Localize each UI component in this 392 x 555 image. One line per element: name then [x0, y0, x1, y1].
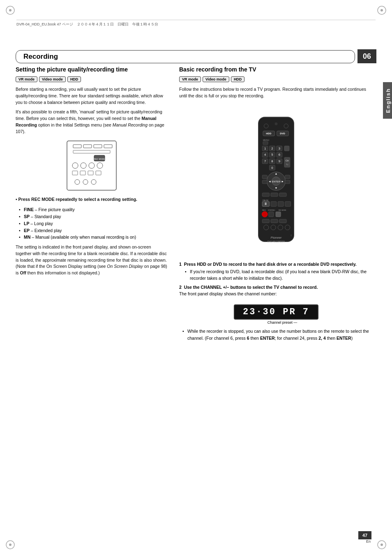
svg-point-84 — [262, 211, 267, 217]
svg-text:▲: ▲ — [275, 172, 278, 175]
svg-rect-8 — [67, 141, 116, 190]
svg-text:4: 4 — [264, 153, 266, 157]
right-badge-video-mode: Video mode — [203, 76, 229, 82]
svg-rect-68 — [262, 175, 267, 179]
svg-rect-21 — [80, 171, 85, 175]
svg-text:0: 0 — [271, 166, 273, 169]
svg-point-3 — [380, 9, 383, 12]
svg-point-7 — [380, 543, 383, 546]
channel-label: Channel preset — — [191, 320, 373, 325]
svg-text:ENTER: ENTER — [272, 180, 281, 183]
svg-text:⏸: ⏸ — [264, 202, 267, 206]
svg-rect-79 — [278, 201, 284, 206]
svg-text:CH: CH — [286, 159, 289, 162]
badge-video-mode: Video mode — [39, 76, 66, 82]
svg-point-19 — [97, 163, 103, 168]
setting-lp: LP – Long play — [19, 220, 168, 227]
left-para1: Before starting a recording, you will us… — [16, 86, 168, 106]
svg-text:◄: ◄ — [268, 180, 271, 183]
two-column-layout: Setting the picture quality/recording ti… — [16, 66, 380, 345]
svg-text:REC: REC — [262, 209, 266, 211]
svg-text:STOP/REC: STOP/REC — [268, 210, 275, 211]
svg-point-17 — [81, 163, 86, 168]
chapter-badge: 06 — [357, 49, 376, 63]
step-2-sub: The front panel display shows the channe… — [179, 291, 277, 296]
svg-rect-9 — [73, 145, 81, 148]
svg-rect-80 — [285, 201, 291, 206]
right-badge-vr-mode: VR mode — [179, 76, 201, 82]
svg-text:3: 3 — [279, 147, 280, 150]
svg-point-5 — [9, 543, 12, 546]
svg-text:2: 2 — [271, 147, 273, 150]
svg-rect-73 — [271, 193, 278, 196]
right-intro: Follow the instructions below to record … — [179, 86, 373, 99]
page-title: Recording — [16, 50, 355, 63]
svg-text:5: 5 — [271, 153, 273, 157]
remote-control-image: HDD DVD MENU 1 2 3 — [179, 105, 373, 257]
svg-point-24 — [75, 180, 80, 184]
right-column: Basic recording from the TV VR mode Vide… — [179, 66, 380, 345]
corner-mark-br — [376, 539, 388, 551]
svg-point-1 — [9, 9, 12, 12]
svg-rect-86 — [276, 212, 281, 216]
right-badge-hdd: HDD — [231, 76, 245, 82]
svg-point-18 — [89, 163, 95, 168]
channel-display: 23·30 PR 7 — [234, 304, 318, 320]
svg-rect-78 — [271, 201, 277, 206]
setting-ep: EP – Extended play — [19, 227, 168, 234]
svg-rect-56 — [284, 157, 290, 167]
svg-rect-71 — [285, 180, 290, 184]
channel-display-area: 23·30 PR 7 Channel preset — — [179, 301, 373, 325]
recording-steps: 1 Press HDD or DVD to record to the hard… — [179, 261, 373, 297]
svg-point-16 — [72, 163, 78, 168]
settings-list: FINE – Fine picture quality SP – Standar… — [19, 206, 168, 241]
svg-rect-69 — [262, 180, 267, 184]
svg-text:MENU: MENU — [263, 139, 270, 141]
svg-rect-13 — [73, 150, 110, 153]
svg-text:1: 1 — [264, 147, 266, 150]
svg-rect-74 — [279, 193, 286, 196]
setting-fine: FINE – Fine picture quality — [19, 206, 168, 213]
svg-rect-20 — [72, 171, 78, 175]
svg-rect-23 — [96, 171, 101, 175]
step-1: 1 Press HDD or DVD to record to the hard… — [179, 261, 373, 282]
badge-vr-mode: VR mode — [16, 76, 37, 82]
main-content: Setting the picture quality/recording ti… — [16, 66, 380, 530]
svg-text:↕: ↕ — [291, 234, 292, 237]
corner-mark-tr — [376, 4, 388, 16]
front-panel-image: REC MODE — [16, 139, 168, 192]
svg-point-25 — [83, 180, 88, 184]
svg-rect-10 — [83, 145, 92, 148]
svg-rect-12 — [104, 145, 112, 148]
language-tab: English — [383, 82, 392, 119]
setting-sp: SP – Standard play — [19, 213, 168, 220]
svg-rect-36 — [263, 141, 268, 144]
left-section-title: Setting the picture quality/recording ti… — [16, 66, 168, 73]
svg-text:DVD RECORDER: DVD RECORDER — [267, 240, 285, 243]
left-column: Setting the picture quality/recording ti… — [16, 66, 168, 345]
svg-rect-89 — [279, 219, 286, 223]
left-mode-badges: VR mode Video mode HDD — [16, 76, 168, 82]
svg-text:REC MODE: REC MODE — [279, 210, 286, 211]
svg-rect-88 — [271, 219, 278, 223]
page-lang: En — [366, 539, 371, 543]
right-section-title: Basic recording from the TV — [179, 66, 373, 73]
svg-rect-43 — [284, 146, 289, 151]
rec-mode-instruction: • Press REC MODE repeatedly to select a … — [16, 196, 168, 203]
svg-rect-11 — [94, 145, 102, 148]
svg-text:REC MODE: REC MODE — [94, 158, 106, 160]
corner-mark-tl — [4, 4, 16, 16]
svg-text:►: ► — [281, 180, 284, 183]
svg-point-26 — [91, 180, 96, 184]
step-2: 2 Use the CHANNEL +/– buttons to select … — [179, 284, 373, 297]
channel-note: While the recorder is stopped, you can a… — [182, 328, 373, 342]
badge-hdd: HDD — [67, 76, 81, 82]
setting-mn: MN – Manual (available only when manual … — [19, 234, 168, 241]
svg-point-29 — [275, 122, 278, 125]
step-1-subs: If you're recording to DVD, load a recor… — [185, 269, 373, 282]
svg-text:9: 9 — [279, 159, 280, 163]
svg-rect-22 — [88, 171, 93, 175]
svg-rect-85 — [269, 212, 274, 216]
svg-rect-70 — [285, 175, 290, 179]
page-number-badge: 47 — [358, 531, 371, 539]
